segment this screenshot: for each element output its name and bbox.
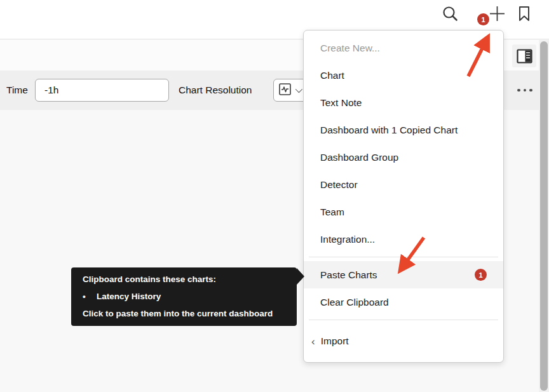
clipboard-count-badge: 1 [477,13,489,25]
search-icon[interactable] [442,5,459,24]
info-panel-icon[interactable] [512,44,536,67]
menu-item-chart[interactable]: Chart [304,62,503,89]
tooltip-footer: Click to paste them into the current das… [83,308,285,320]
paste-charts-count-badge: 1 [475,269,487,281]
menu-item-dashboard-group[interactable]: Dashboard Group [304,144,503,171]
menu-item-integration[interactable]: Integration... [304,226,503,253]
time-input[interactable] [35,79,169,102]
menu-item-team[interactable]: Team [304,198,503,226]
more-horizontal-icon[interactable] [511,71,539,110]
menu-item-text-note[interactable]: Text Note [304,89,503,116]
chevron-down-icon [295,86,302,93]
import-label: Import [321,335,349,347]
menu-item-clear-clipboard[interactable]: Clear Clipboard [304,288,503,316]
menu-item-dashboard-with-copied-chart[interactable]: Dashboard with 1 Copied Chart [304,116,503,144]
plus-icon[interactable] [489,5,506,24]
menu-item-create-new-header: Create New... [304,34,503,62]
menu-item-paste-charts[interactable]: Paste Charts 1 [304,261,503,288]
clipboard-tooltip: Clipboard contains these charts: • Laten… [71,267,297,326]
bullet-icon: • [83,290,97,302]
chart-pulse-icon [278,83,292,98]
bookmark-icon[interactable] [517,5,532,24]
chart-resolution-label: Chart Resolution [179,71,252,110]
tooltip-chart-name: Latency History [97,290,161,302]
scrollbar-track [539,40,549,392]
create-new-menu: Create New... Chart Text Note Dashboard … [303,30,504,363]
tooltip-chart-item: • Latency History [83,290,285,302]
menu-divider [309,257,498,257]
time-label: Time [6,71,28,110]
menu-item-detector[interactable]: Detector [304,171,503,198]
menu-item-import[interactable]: ‹ Import [304,324,503,358]
scrollbar-thumb[interactable] [540,41,548,391]
paste-charts-label: Paste Charts [320,269,377,281]
chevron-left-icon: ‹ [311,336,315,347]
tooltip-title: Clipboard contains these charts: [83,273,285,285]
menu-divider [309,320,498,320]
